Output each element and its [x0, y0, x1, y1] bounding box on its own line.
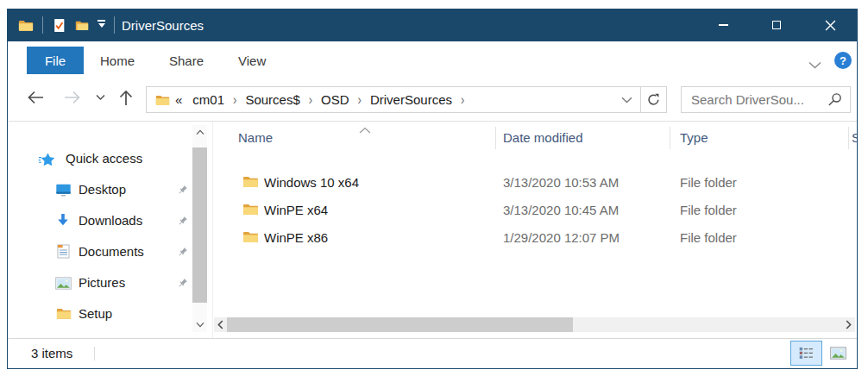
sidebar-item-desktop[interactable]: Desktop [8, 174, 192, 205]
tab-share[interactable]: Share [169, 47, 204, 74]
scroll-right-chevron-icon[interactable] [846, 320, 852, 329]
minimize-button[interactable] [696, 9, 750, 41]
up-button[interactable] [118, 74, 134, 121]
file-name[interactable]: WinPE x86 [264, 224, 328, 252]
search-input[interactable]: Search DriverSou... [681, 86, 851, 113]
column-divider[interactable] [495, 127, 496, 149]
table-row[interactable]: WinPE x64 3/13/2020 10:45 AM File folder [213, 197, 856, 224]
scrollbar-thumb[interactable] [192, 147, 207, 303]
sidebar-item-pictures[interactable]: Pictures [8, 267, 192, 298]
column-header-name[interactable]: Name [238, 130, 273, 145]
column-header-type[interactable]: Type [680, 130, 708, 145]
file-type: File folder [680, 224, 737, 252]
pin-icon [177, 246, 188, 261]
sidebar-item-downloads[interactable]: Downloads [8, 205, 192, 236]
folder-icon [242, 203, 259, 219]
column-divider[interactable] [848, 127, 849, 149]
tab-file[interactable]: File [27, 47, 84, 74]
explorer-screenshot: DriverSources File Home Share View ? [0, 0, 868, 376]
tab-view[interactable]: View [238, 47, 266, 74]
tab-home[interactable]: Home [100, 47, 135, 74]
sidebar-item-label: Documents [79, 236, 144, 267]
file-name[interactable]: Windows 10 x64 [264, 169, 359, 197]
qat-separator [114, 16, 115, 34]
status-bar: 3 items [8, 338, 857, 368]
sidebar-item-label: Downloads [79, 205, 142, 236]
scroll-left-chevron-icon[interactable] [217, 320, 223, 329]
sidebar-item-label: Desktop [79, 174, 126, 205]
file-date-modified: 3/13/2020 10:45 AM [503, 197, 619, 224]
breadcrumb-osd[interactable]: OSD [316, 92, 355, 107]
file-type: File folder [680, 169, 737, 197]
scrollbar-thumb[interactable] [227, 317, 573, 332]
breadcrumb-chevron-icon[interactable]: › [457, 92, 468, 107]
search-magnifier-icon[interactable] [827, 92, 850, 107]
navigation-toolbar: « cm01 › Sources$ › OSD › DriverSources … [8, 74, 857, 122]
column-header-date-modified[interactable]: Date modified [503, 130, 583, 145]
sidebar-item-setup[interactable]: Setup [8, 298, 192, 329]
column-header-size-clipped[interactable]: S [852, 130, 857, 145]
details-view-icon [799, 347, 814, 360]
pictures-icon [55, 277, 72, 290]
customize-qat-dropdown-icon[interactable] [97, 20, 105, 31]
scroll-down-chevron-icon[interactable] [196, 322, 204, 328]
close-icon [825, 20, 836, 31]
pin-icon [177, 184, 188, 199]
quick-access-star-icon [38, 152, 55, 167]
window-title: DriverSources [122, 18, 204, 33]
table-row[interactable]: Windows 10 x64 3/13/2020 10:53 AM File f… [213, 169, 856, 197]
details-view-button[interactable] [790, 341, 822, 366]
minimize-icon [719, 24, 728, 26]
window-controls [696, 9, 857, 41]
back-button[interactable] [26, 74, 45, 121]
breadcrumb-driversources[interactable]: DriverSources [365, 92, 457, 107]
horizontal-scrollbar[interactable] [214, 317, 855, 332]
scroll-up-chevron-icon[interactable] [196, 129, 204, 135]
document-icon [57, 244, 70, 259]
downloads-arrow-icon [56, 213, 70, 228]
refresh-button[interactable] [640, 87, 666, 112]
forward-button[interactable] [63, 74, 82, 121]
search-placeholder: Search DriverSou... [682, 92, 827, 107]
breadcrumb-chevron-icon[interactable]: › [305, 92, 316, 107]
sidebar-item-clipped[interactable] [8, 329, 192, 338]
recent-locations-chevron-icon [96, 94, 105, 101]
breadcrumb-chevron-icon[interactable]: › [230, 92, 240, 107]
refresh-icon [647, 93, 660, 106]
pin-icon [177, 277, 188, 292]
folder-icon [242, 175, 259, 191]
table-row[interactable]: WinPE x86 1/29/2020 12:07 PM File folder [213, 224, 856, 252]
qat-separator [42, 16, 43, 34]
properties-check-icon[interactable] [52, 18, 66, 33]
status-divider [94, 347, 95, 360]
explorer-window: DriverSources File Home Share View ? [7, 9, 858, 369]
column-divider[interactable] [670, 127, 670, 149]
items-count: 3 items [31, 339, 72, 368]
close-button[interactable] [803, 9, 857, 41]
sidebar-scrollbar[interactable] [192, 125, 207, 332]
thumbnails-view-icon [830, 347, 846, 360]
sidebar-item-documents[interactable]: Documents [8, 236, 192, 267]
thumbnails-view-button[interactable] [822, 341, 854, 366]
view-toggles [790, 341, 854, 366]
new-folder-icon[interactable] [75, 19, 89, 32]
recent-locations-button[interactable] [96, 74, 105, 121]
explorer-folder-icon[interactable] [18, 19, 34, 32]
maximize-button[interactable] [750, 9, 803, 41]
breadcrumb-cm01[interactable]: cm01 [187, 92, 230, 107]
sidebar-item-quick-access[interactable]: Quick access [8, 143, 192, 174]
sort-ascending-chevron-icon [359, 122, 371, 137]
maximize-icon [772, 21, 781, 29]
forward-arrow-icon [63, 90, 82, 105]
breadcrumb-chevron-icon[interactable]: › [355, 92, 365, 107]
help-button[interactable]: ? [834, 52, 852, 69]
expand-ribbon-chevron-icon[interactable] [808, 57, 821, 72]
sidebar-item-label: Quick access [66, 143, 142, 174]
breadcrumb-overflow[interactable]: « [170, 92, 187, 107]
sidebar-item-label: Pictures [79, 267, 125, 298]
breadcrumb-sources[interactable]: Sources$ [240, 92, 305, 107]
file-name[interactable]: WinPE x64 [264, 197, 328, 224]
help-icon: ? [840, 54, 846, 67]
address-bar[interactable]: « cm01 › Sources$ › OSD › DriverSources … [146, 86, 667, 113]
address-dropdown-chevron-icon[interactable] [613, 97, 640, 103]
